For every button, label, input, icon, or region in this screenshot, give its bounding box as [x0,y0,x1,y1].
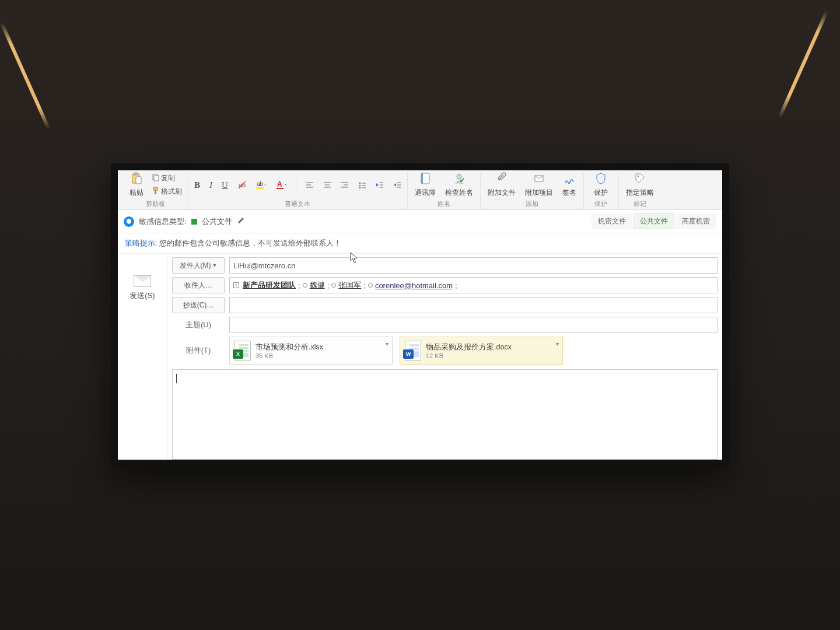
expand-group-icon[interactable]: + [233,282,239,288]
copy-label: 复制 [161,173,175,183]
sensitivity-shield-icon [124,216,134,227]
envelope-icon [134,275,151,287]
from-row: 发件人(M) ▼ LiHui@mtczero.cn [172,257,718,274]
from-label: 发件人(M) [180,261,211,271]
to-field[interactable]: + 新产品研发团队; 魏健; 张国军; corenlee@hotmail.com… [229,277,718,293]
italic-button[interactable]: I [207,179,215,191]
send-label: 发送(S) [130,290,155,301]
send-button[interactable]: 发送(S) [121,270,163,306]
policy-tip-text: 您的邮件包含公司敏感信息，不可发送给外部联系人！ [159,239,341,247]
policy-tip-lead: 策略提示: [125,239,158,247]
recipient-group[interactable]: 新产品研发团队 [243,280,296,290]
sensitivity-tab-public[interactable]: 公共文件 [634,214,674,229]
sensitivity-tab-confidential[interactable]: 机密文件 [592,214,632,229]
font-color-button[interactable]: A [274,179,289,191]
compose-area: 发送(S) 发件人(M) ▼ LiHui@mtczero.cn 收件人… [118,254,722,460]
attachment-2-name: 物品采购及报价方案.docx [426,342,512,352]
from-button[interactable]: 发件人(M) ▼ [172,257,225,274]
format-painter-button[interactable]: 格式刷 [149,186,184,198]
address-book-label: 通讯簿 [415,188,436,198]
copy-button[interactable]: 复制 [149,172,184,184]
from-field[interactable]: LiHui@mtczero.cn [229,257,718,274]
message-body[interactable] [172,369,718,460]
sensitivity-label: 敏感信息类型: [139,216,187,227]
protect-label: 保护 [594,188,608,198]
attachment-1-menu[interactable]: ▾ [386,341,388,347]
attach-file-button[interactable]: 附加文件 [484,171,519,199]
recipient-3[interactable]: corenlee@hotmail.com [375,281,453,290]
protect-button[interactable]: 保护 [590,171,611,199]
to-row: 收件人… + 新产品研发团队; 魏健; 张国军; corenlee@hotmai… [172,277,718,293]
check-names-icon [453,172,465,187]
pencil-icon [237,216,245,225]
bullet-list-button[interactable] [356,180,369,190]
clear-format-button[interactable]: ab [235,179,249,191]
ambient-light-left [0,22,50,130]
increase-indent-button[interactable] [391,180,404,190]
attachment-2-menu[interactable]: ▾ [556,341,559,347]
cc-field[interactable] [229,297,718,313]
svg-rect-12 [276,188,284,189]
align-right-button[interactable] [338,180,351,190]
svg-rect-6 [155,190,156,194]
ribbon-group-include: 附加文件 附加项目 签名 添加 [481,173,584,209]
bold-button[interactable]: B [192,179,202,191]
edit-sensitivity-button[interactable] [237,216,245,226]
subject-field[interactable] [229,317,718,333]
copy-icon [152,173,160,183]
highlight-button[interactable]: ab [254,179,269,191]
attachments-row: 附件(T) X 市场预测和分析.xlsx 35 KB ▾ [172,337,718,365]
signature-label: 签名 [562,188,576,198]
clipboard-group-label: 剪贴板 [146,200,165,208]
check-names-button[interactable]: 检查姓名 [442,171,477,199]
protect-group-label: 保护 [594,200,607,208]
svg-rect-37 [421,173,423,184]
attachment-1-size: 35 KB [256,352,323,359]
tags-group-label: 标记 [634,200,646,208]
svg-text:A: A [277,180,282,188]
underline-button[interactable]: U [219,179,230,191]
svg-rect-1 [134,173,138,175]
svg-rect-4 [154,176,159,181]
ribbon-group-names: 通讯簿 检查姓名 姓名 [408,173,481,209]
names-group-label: 姓名 [438,200,450,208]
from-value: LiHui@mtczero.cn [233,261,295,270]
presence-icon [368,283,373,288]
sensitivity-tab-highly[interactable]: 高度机密 [676,214,716,229]
address-book-button[interactable]: 通讯簿 [411,171,439,199]
sensitivity-color-swatch [191,219,197,225]
signature-button[interactable]: 签名 [559,171,580,199]
include-group-label: 添加 [526,200,538,208]
paste-label: 粘贴 [130,188,144,198]
send-column: 发送(S) [118,254,167,460]
recipient-1[interactable]: 魏健 [310,280,325,290]
basic-text-group-label: 普通文本 [285,200,310,208]
attachment-1[interactable]: X 市场预测和分析.xlsx 35 KB ▾ [229,337,393,365]
svg-marker-32 [394,183,396,187]
cc-button[interactable]: 抄送(C)… [172,297,225,313]
svg-point-38 [457,174,461,179]
text-caret [176,374,177,383]
attachment-1-name: 市场预测和分析.xlsx [256,342,323,352]
policy-tip: 策略提示: 您的邮件包含公司敏感信息，不可发送给外部联系人！ [118,233,722,254]
format-painter-label: 格式刷 [161,187,182,197]
assign-policy-button[interactable]: 指定策略 [622,171,657,199]
align-center-button[interactable] [321,180,334,190]
svg-marker-28 [376,183,379,187]
paste-button[interactable]: 粘贴 [126,171,147,199]
attachment-2[interactable]: W 物品采购及报价方案.docx 12 KB ▾ [400,337,563,365]
svg-point-22 [359,183,361,184]
check-names-label: 检查姓名 [445,188,473,198]
ribbon-group-protect: 保护 保护 [584,173,619,209]
align-left-button[interactable] [303,180,316,190]
cc-row: 抄送(C)… [172,297,718,313]
to-button[interactable]: 收件人… [172,277,225,293]
attach-item-label: 附加项目 [525,188,553,198]
svg-point-24 [359,185,361,187]
sensitivity-value: 公共文件 [202,216,232,227]
signature-icon [564,172,575,187]
recipient-2[interactable]: 张国军 [338,280,361,290]
format-painter-icon [152,187,160,197]
decrease-indent-button[interactable] [373,180,386,190]
attach-item-button[interactable]: 附加项目 [522,171,556,199]
